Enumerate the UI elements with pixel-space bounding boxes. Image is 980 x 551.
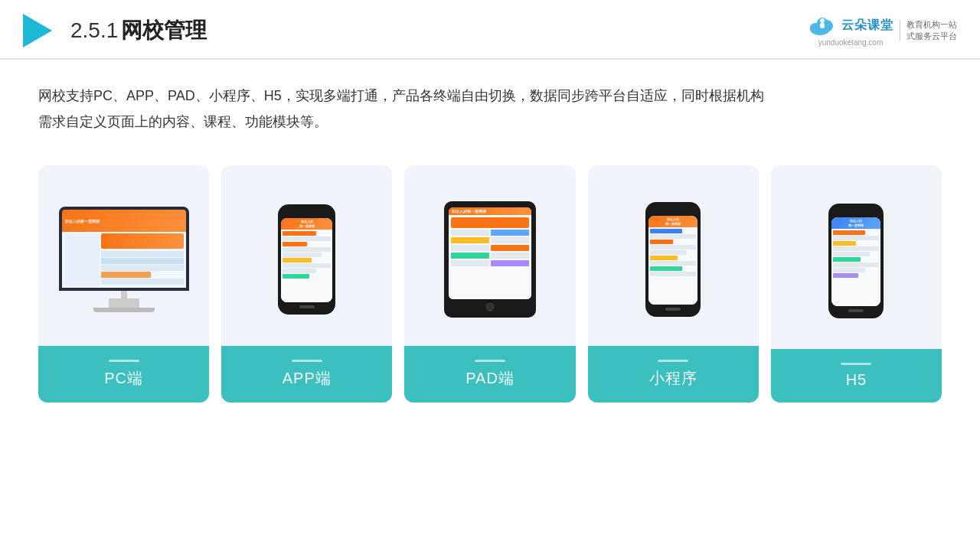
logo-subtitle: 教育机构一站 式服务云平台	[906, 19, 957, 43]
card-miniapp-label: 小程序	[588, 346, 759, 403]
play-icon	[23, 14, 52, 47]
phone-home-btn-2	[665, 308, 681, 311]
card-app-label: APP端	[221, 346, 392, 403]
card-h5-image: 职达人的第一堂网课	[771, 165, 942, 349]
phone-mockup-h5: 职达人的第一堂网课	[828, 204, 884, 318]
card-divider-2	[292, 360, 322, 362]
phone-screen: 职达人的第一堂网课	[281, 218, 332, 302]
card-divider	[109, 360, 139, 362]
title-number: 2.5.1	[70, 18, 118, 42]
phone-notch-3	[847, 210, 865, 214]
card-pc-label: PC端	[38, 346, 209, 403]
phone-home-btn	[299, 305, 315, 308]
pc-monitor-mockup: 职达人的第一堂网课	[59, 207, 189, 312]
phone-mockup-app: 职达人的第一堂网课	[278, 204, 335, 315]
tablet-home-btn	[485, 302, 495, 311]
card-h5-label: H5	[771, 349, 942, 403]
logo-divider	[900, 20, 900, 41]
tablet-mockup: 职达人的第一堂网课	[444, 201, 536, 318]
cloud-icon	[808, 15, 837, 37]
title-text: 网校管理	[121, 18, 207, 42]
header: 2.5.1网校管理 云朵课堂 yunduoketang.com	[0, 0, 980, 60]
card-pc: 职达人的第一堂网课	[38, 165, 209, 403]
logo-cloud: 云朵课堂	[808, 15, 893, 37]
card-app: 职达人的第一堂网课	[221, 165, 392, 403]
card-app-image: 职达人的第一堂网课	[221, 165, 392, 346]
card-pad: 职达人的第一堂网课	[404, 165, 575, 403]
phone-home-btn-3	[848, 309, 864, 312]
card-pad-label: PAD端	[404, 346, 575, 403]
svg-rect-5	[820, 23, 825, 28]
card-pc-image: 职达人的第一堂网课	[38, 165, 209, 346]
card-divider-4	[658, 360, 688, 362]
card-pad-image: 职达人的第一堂网课	[404, 165, 575, 346]
desc-line1: 网校支持PC、APP、PAD、小程序、H5，实现多端打通，产品各终端自由切换，数…	[38, 83, 942, 109]
svg-point-4	[820, 18, 825, 23]
phone-notch	[298, 210, 316, 215]
card-miniapp-image: 职达人的第一堂网课	[588, 165, 759, 346]
logo-text: 云朵课堂	[841, 18, 893, 34]
card-divider-3	[475, 360, 505, 362]
logo-url: yunduoketang.com	[818, 38, 884, 47]
card-h5: 职达人的第一堂网课	[771, 165, 942, 403]
logo-inner: 云朵课堂 yunduoketang.com	[808, 15, 893, 47]
phone-notch-2	[664, 208, 682, 213]
header-left: 2.5.1网校管理	[23, 14, 207, 47]
page-title: 2.5.1网校管理	[70, 16, 207, 45]
desc-line2: 需求自定义页面上的内容、课程、功能模块等。	[38, 109, 942, 135]
card-divider-5	[841, 363, 871, 365]
logo-area: 云朵课堂 yunduoketang.com 教育机构一站 式服务云平台	[808, 15, 957, 47]
tablet-screen: 职达人的第一堂网课	[449, 207, 531, 299]
description: 网校支持PC、APP、PAD、小程序、H5，实现多端打通，产品各终端自由切换，数…	[0, 60, 980, 142]
phone-screen-3: 职达人的第一堂网课	[831, 217, 880, 306]
phone-mockup-miniapp: 职达人的第一堂网课	[645, 202, 701, 317]
card-miniapp: 职达人的第一堂网课	[588, 165, 759, 403]
cards-container: 职达人的第一堂网课	[0, 142, 980, 418]
phone-screen-2: 职达人的第一堂网课	[648, 216, 697, 305]
